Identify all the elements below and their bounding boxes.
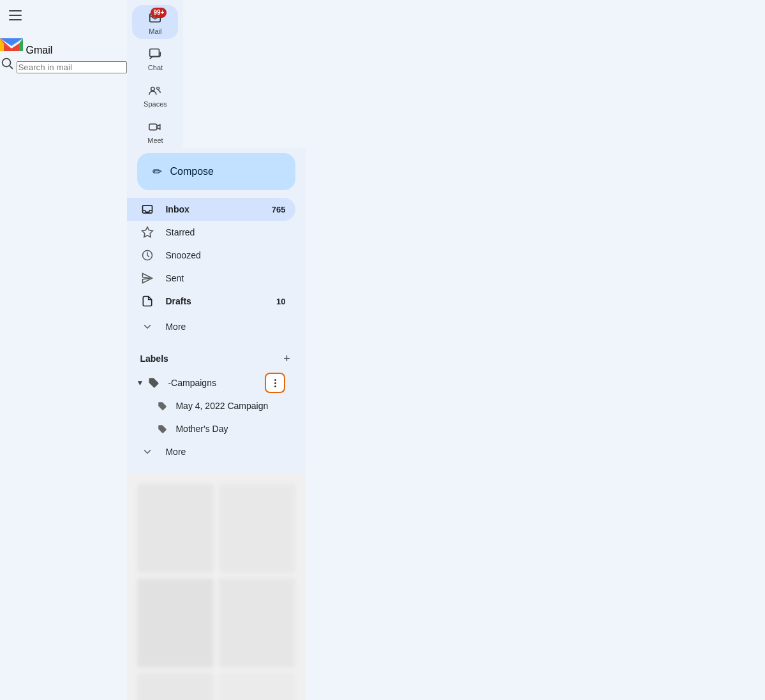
search-bar [0,56,127,73]
svg-marker-9 [143,274,152,283]
sent-icon [140,271,155,286]
campaigns-more-button[interactable] [265,373,285,393]
sidebar-item-mail[interactable]: 99+ Mail [132,5,178,39]
search-input[interactable] [17,61,127,73]
expand-icon: ▼ [135,378,145,387]
labels-more-button[interactable]: More [127,440,295,463]
nav-item-inbox[interactable]: Inbox 765 [127,198,295,221]
spaces-icon-container [147,83,163,98]
chevron-down-icon [140,319,155,334]
snoozed-icon [140,248,155,263]
blur-block-2 [219,484,295,573]
chat-icon-container [147,47,163,62]
meet-label: Meet [147,137,163,144]
more-label: More [165,322,186,332]
nav-item-sent[interactable]: Sent [127,267,295,290]
dot-3 [274,385,276,387]
svg-point-3 [151,87,155,91]
meet-icon [148,120,162,134]
compose-pencil-icon: ✏ [152,165,162,179]
sidebar: ✏ Compose Inbox 765 [127,148,306,473]
svg-rect-2 [150,49,160,57]
dot-1 [274,379,276,381]
spaces-icon [148,84,162,98]
nav-item-drafts[interactable]: Drafts 10 [127,290,295,313]
label-tag-icon-may4 [158,401,168,411]
labels-title: Labels [140,354,278,364]
hamburger-line-2 [9,15,22,16]
mothersday-label: Mother's Day [175,424,228,434]
header-left [0,0,127,31]
main-content-area [127,473,306,700]
blur-block-4 [219,578,295,667]
header-logo-area: Gmail [0,36,127,56]
campaigns-label: -Campaigns [168,378,265,388]
gmail-m-icon [0,36,23,54]
header-search-area [0,56,127,73]
meet-icon-container [147,119,163,135]
label-tag-icon-campaigns [147,376,160,389]
spaces-label: Spaces [144,100,167,108]
labels-header: Labels + [127,346,306,371]
label-item-campaigns[interactable]: ▼ -Campaigns [127,371,295,394]
mail-label: Mail [149,27,161,35]
sidebar-item-spaces[interactable]: Spaces [132,78,178,112]
compose-label: Compose [170,166,213,177]
labels-section: Labels + ▼ -Campaigns [127,338,306,466]
starred-label: Starred [165,227,285,237]
mail-icon-container: 99+ [147,10,163,26]
hamburger-button[interactable] [0,0,31,31]
blur-block-1 [137,484,214,573]
more-button[interactable]: More [127,315,295,338]
chat-icon [148,47,162,61]
svg-rect-5 [149,124,157,130]
body-content: 99+ Mail Chat [127,0,306,700]
dot-2 [274,382,276,384]
hamburger-line-3 [9,19,22,20]
svg-marker-7 [142,227,153,237]
starred-icon [140,225,155,240]
nav-item-starred[interactable]: Starred [127,221,295,244]
inbox-label: Inbox [165,204,271,214]
svg-point-4 [157,87,160,89]
blur-block-5 [137,673,214,700]
blur-block-6 [219,673,295,700]
labels-chevron-down-icon [140,444,155,459]
compose-button[interactable]: ✏ Compose [137,153,295,190]
drafts-icon [140,294,155,309]
labels-add-button[interactable]: + [278,350,295,368]
nav-list: Inbox 765 Starred [127,195,306,315]
gmail-logo-text: Gmail [26,45,52,56]
snoozed-label: Snoozed [165,250,285,260]
nav-item-snoozed[interactable]: Snoozed [127,244,295,267]
app-header: Gmail [0,0,127,700]
chat-label: Chat [148,64,163,71]
label-item-mothersday[interactable]: Mother's Day [127,417,295,440]
mail-badge: 99+ [151,8,167,18]
sidebar-item-chat[interactable]: Chat [132,41,178,75]
blur-block-3 [137,578,214,667]
inbox-icon [140,202,155,217]
label-tag-icon-mothersday [158,424,168,434]
drafts-count: 10 [276,297,285,306]
label-item-may4[interactable]: May 4, 2022 Campaign [127,394,295,417]
search-icon [0,61,17,72]
sidebar-item-meet[interactable]: Meet [132,114,178,148]
hamburger-line-1 [9,10,22,11]
left-rail: 99+ Mail Chat [127,0,183,148]
labels-more-label: More [165,447,186,457]
drafts-label: Drafts [165,296,276,306]
sent-label: Sent [165,273,285,283]
inbox-count: 765 [272,205,286,214]
may4-label: May 4, 2022 Campaign [175,401,268,411]
